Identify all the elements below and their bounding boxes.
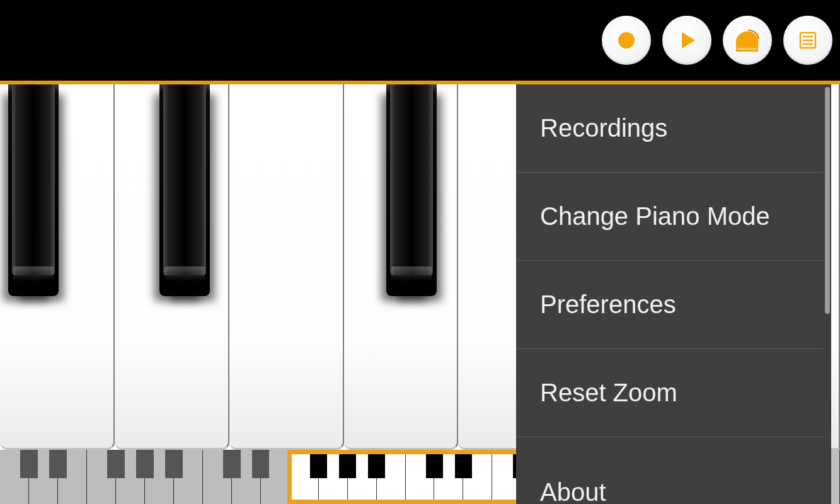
menu-item-change-piano-mode[interactable]: Change Piano Mode (516, 173, 824, 261)
record-button[interactable] (602, 16, 651, 65)
menu-item-label: Reset Zoom (540, 379, 677, 407)
menu-scrollbar[interactable] (824, 84, 831, 504)
play-button[interactable] (662, 16, 711, 65)
play-icon (676, 30, 698, 51)
black-key[interactable] (154, 84, 215, 296)
overflow-menu: RecordingsChange Piano ModePreferencesRe… (516, 84, 831, 504)
menu-item-label: About (540, 478, 606, 504)
mini-black-key (252, 450, 270, 478)
menu-item-about[interactable]: About (516, 437, 824, 504)
toolbar (0, 0, 840, 81)
mini-black-key (20, 450, 38, 478)
menu-item-label: Recordings (540, 114, 667, 142)
record-icon (617, 31, 636, 50)
menu-item-preferences[interactable]: Preferences (516, 261, 824, 349)
instrument-button[interactable] (723, 16, 772, 65)
svg-marker-1 (682, 32, 695, 49)
menu-item-label: Preferences (540, 290, 676, 319)
menu-button[interactable] (783, 16, 832, 65)
mini-black-key (223, 450, 241, 478)
svg-rect-3 (737, 48, 757, 50)
menu-item-label: Change Piano Mode (540, 202, 770, 231)
minimap-viewport[interactable] (287, 450, 522, 504)
black-key[interactable] (381, 84, 442, 296)
svg-point-0 (618, 32, 635, 49)
menu-item-recordings[interactable]: Recordings (516, 84, 824, 173)
mini-black-key (107, 450, 125, 478)
list-icon (797, 29, 819, 52)
black-key[interactable] (3, 84, 64, 296)
white-key[interactable] (229, 84, 344, 450)
piano-icon (733, 28, 762, 53)
scrollbar-thumb[interactable] (825, 87, 830, 314)
mini-black-key (49, 450, 67, 478)
mini-black-key (165, 450, 183, 478)
mini-black-key (136, 450, 154, 478)
menu-item-reset-zoom[interactable]: Reset Zoom (516, 349, 824, 437)
